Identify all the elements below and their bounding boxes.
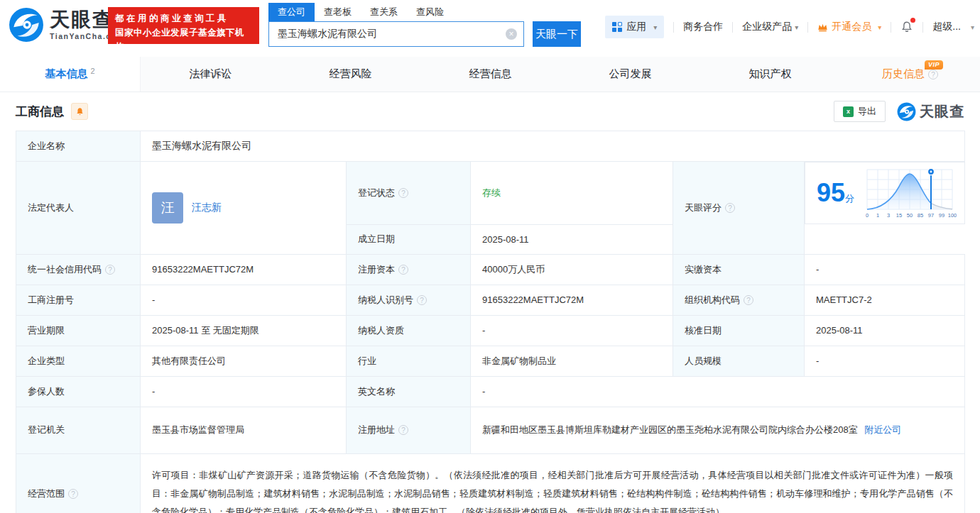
crown-icon: [817, 23, 828, 32]
tab-intellectual-property[interactable]: 知识产权: [700, 57, 840, 92]
svg-text:85: 85: [918, 212, 923, 219]
tab-company-development[interactable]: 公司发展: [560, 57, 700, 92]
tab-history-info[interactable]: 历史信息 ? VIP: [840, 57, 980, 92]
notification-dot: [910, 18, 915, 23]
chevron-down-icon: ▾: [878, 23, 881, 31]
taxpayer-quality-value: -: [471, 315, 673, 346]
credit-code-value: 91653222MAETTJC72M: [141, 254, 347, 285]
apps-menu[interactable]: 应用 ▾: [605, 16, 664, 38]
chevron-down-icon[interactable]: ▾: [971, 23, 974, 31]
reg-address-value: 新疆和田地区墨玉县博斯坦库勒建材产业园区的墨玉尧柏水泥有限公司院内综合办公楼20…: [482, 424, 858, 435]
section-title: 工商信息: [16, 104, 64, 120]
tab-basic-info[interactable]: 基本信息2: [0, 57, 141, 92]
help-icon[interactable]: ?: [398, 188, 408, 198]
open-vip-button[interactable]: 开通会员 ▾: [817, 21, 881, 33]
alert-bell-icon: [75, 107, 85, 116]
svg-text:99: 99: [939, 212, 944, 219]
field-label: 纳税人资质: [347, 315, 471, 346]
insured-count-value: -: [141, 376, 347, 407]
search-tab-risk[interactable]: 查风险: [407, 3, 453, 21]
tab-operation-risk[interactable]: 经营风险: [281, 57, 420, 92]
score-distribution-chart[interactable]: 0 1 3 15 50 85 97 99 100: [863, 165, 957, 221]
field-label: 天眼评分?: [673, 162, 805, 255]
table-row: 企业名称 墨玉海螺水泥有限公司: [16, 131, 965, 162]
field-label: 实缴资本: [673, 254, 805, 285]
business-scope-value: 许可项目：非煤矿山矿产资源开采；道路货物运输（不含危险货物）。（依法须经批准的项…: [141, 453, 965, 513]
chevron-down-icon: ▾: [795, 23, 798, 31]
table-row: 法定代表人 汪 汪志新 登记状态? 存续 天眼评分? 95分: [16, 162, 965, 225]
table-row: 登记机关 墨玉县市场监督管理局 注册地址? 新疆和田地区墨玉县博斯坦库勒建材产业…: [16, 407, 965, 453]
paid-capital-value: -: [805, 254, 965, 285]
field-label: 纳税人识别号?: [347, 285, 471, 315]
tianyancha-watermark: 天眼查: [897, 102, 964, 121]
field-label: 登记机关: [16, 407, 141, 453]
search-button[interactable]: 天眼一下: [533, 21, 581, 47]
help-icon[interactable]: ?: [725, 203, 735, 213]
company-name-value: 墨玉海螺水泥有限公司: [141, 131, 965, 162]
reg-status-value: 存续: [471, 162, 673, 225]
vip-badge: VIP: [925, 60, 943, 70]
company-nav-tabs: 基本信息2 法律诉讼 经营风险 经营信息 公司发展 知识产权 历史信息 ? VI…: [0, 57, 980, 92]
field-label: 参保人数: [16, 376, 141, 407]
avatar[interactable]: 汪: [152, 192, 183, 224]
tab-operation-info[interactable]: 经营信息: [420, 57, 560, 92]
help-icon[interactable]: ?: [68, 489, 78, 499]
field-label: 登记状态?: [347, 162, 471, 225]
field-label: 注册地址?: [347, 407, 471, 453]
company-type-value: 其他有限责任公司: [141, 346, 347, 376]
notification-bell-button[interactable]: [900, 21, 913, 33]
divider: [673, 22, 674, 33]
help-icon[interactable]: ?: [398, 425, 408, 435]
field-label: 法定代表人: [16, 162, 141, 255]
divider: [807, 22, 808, 33]
score-value: 95: [817, 178, 845, 207]
search-tab-company[interactable]: 查公司: [268, 3, 315, 21]
field-label: 英文名称: [347, 376, 471, 407]
help-icon[interactable]: ?: [744, 295, 753, 305]
search-area: 查公司 查老板 查关系 查风险 × 天眼一下: [268, 3, 581, 47]
svg-text:97: 97: [928, 212, 934, 219]
section-header: 工商信息 x 导出 天眼查: [0, 92, 980, 131]
english-name-value: -: [471, 376, 965, 407]
chevron-down-icon: ▾: [653, 23, 657, 31]
reg-address-cell: 新疆和田地区墨玉县博斯坦库勒建材产业园区的墨玉尧柏水泥有限公司院内综合办公楼20…: [471, 407, 965, 453]
taxpayer-id-value: 91653222MAETTJC72M: [471, 285, 673, 315]
menu-enterprise-product[interactable]: 企业级产品▾: [742, 21, 798, 33]
help-icon[interactable]: ?: [105, 265, 115, 275]
field-label: 企业名称: [16, 131, 141, 162]
slogan-line1: 都在用的商业查询工具: [115, 11, 252, 26]
approval-date-value: 2025-08-11: [805, 315, 965, 346]
help-icon[interactable]: ?: [417, 295, 427, 305]
search-tab-relation[interactable]: 查关系: [361, 3, 407, 21]
top-menu: 应用 ▾ 商务合作 企业级产品▾ 开通会员 ▾ 超级... ▾: [605, 16, 974, 38]
account-menu[interactable]: 超级...: [932, 21, 961, 33]
industry-value: 非金属矿物制品业: [471, 346, 673, 376]
search-input[interactable]: [268, 21, 524, 47]
legal-rep-link[interactable]: 汪志新: [192, 202, 222, 214]
field-label: 注册资本?: [347, 254, 471, 285]
field-label: 核准日期: [673, 315, 805, 346]
field-label: 统一社会信用代码?: [16, 254, 141, 285]
nearby-companies-link[interactable]: 附近公司: [864, 424, 901, 435]
monitor-bell-button[interactable]: [71, 103, 88, 120]
field-label: 行业: [347, 346, 471, 376]
reg-capital-value: 40000万人民币: [471, 254, 673, 285]
help-icon[interactable]: ?: [398, 265, 408, 275]
score-cell: 95分: [805, 162, 965, 224]
divider: [922, 22, 923, 33]
help-icon[interactable]: ?: [928, 70, 938, 79]
table-row: 经营范围? 许可项目：非煤矿山矿产资源开采；道路货物运输（不含危险货物）。（依法…: [16, 453, 965, 513]
tianyancha-logo[interactable]: 天眼查 TianYanCha.com: [9, 7, 124, 43]
legal-rep-cell: 汪 汪志新: [141, 162, 347, 255]
field-label: 营业期限: [16, 315, 141, 346]
export-button[interactable]: x 导出: [834, 101, 886, 122]
menu-business-coop[interactable]: 商务合作: [683, 21, 723, 33]
tianyancha-logo-icon: [897, 102, 916, 121]
svg-text:0: 0: [866, 212, 869, 219]
business-term-value: 2025-08-11 至 无固定期限: [141, 315, 347, 346]
search-tab-boss[interactable]: 查老板: [315, 3, 361, 21]
svg-text:15: 15: [896, 212, 902, 219]
clear-icon[interactable]: ×: [506, 28, 517, 40]
table-row: 营业期限 2025-08-11 至 无固定期限 纳税人资质 - 核准日期 202…: [16, 315, 965, 346]
tab-legal-proceedings[interactable]: 法律诉讼: [141, 57, 281, 92]
